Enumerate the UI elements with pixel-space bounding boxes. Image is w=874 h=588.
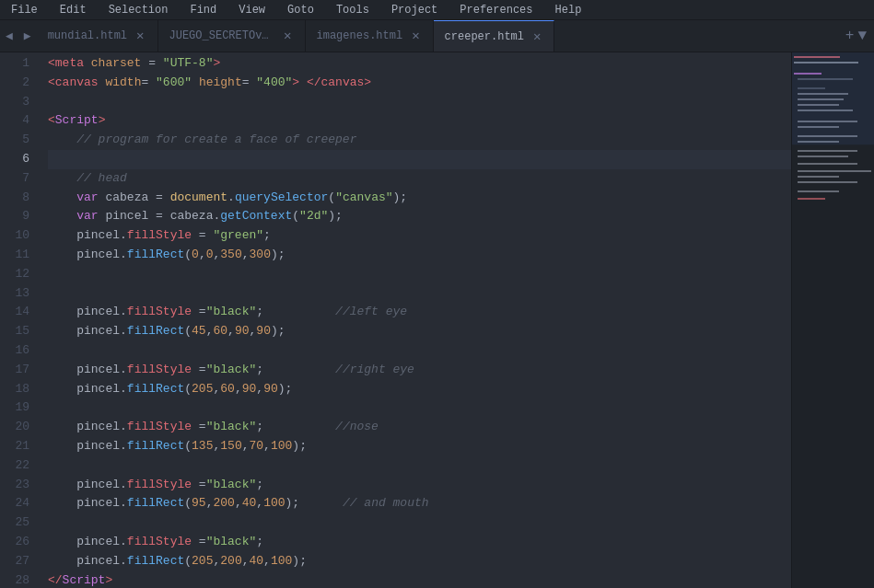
menu-view[interactable]: View bbox=[235, 4, 269, 17]
editor-container: 12345 6 7891011 1213141516 1718192021 22… bbox=[0, 52, 874, 588]
code-line-19 bbox=[48, 398, 791, 418]
minimap-svg bbox=[792, 52, 874, 568]
code-line-13 bbox=[48, 284, 791, 304]
tab-imagenes-close[interactable]: ✕ bbox=[410, 28, 421, 44]
tab-imagenes-label: imagenes.html bbox=[317, 29, 403, 42]
code-line-4: <Script> bbox=[48, 111, 791, 131]
code-line-6 bbox=[48, 150, 791, 169]
code-line-11: pincel.fillRect(0,0,350,300); bbox=[48, 246, 791, 265]
menu-find[interactable]: Find bbox=[186, 4, 220, 17]
code-line-25 bbox=[48, 513, 791, 533]
menu-project[interactable]: Project bbox=[388, 4, 441, 17]
tab-mundial[interactable]: mundial.html ✕ bbox=[37, 20, 158, 52]
tab-creeper-label: creeper.html bbox=[445, 30, 524, 43]
code-line-12 bbox=[48, 265, 791, 284]
svg-rect-20 bbox=[798, 198, 825, 200]
code-line-24: pincel.fillRect(95,200,40,100); // and m… bbox=[48, 494, 791, 513]
tab-mundial-close[interactable]: ✕ bbox=[134, 28, 146, 44]
menu-bar: File Edit Selection Find View Goto Tools… bbox=[0, 0, 874, 20]
svg-rect-17 bbox=[798, 176, 839, 178]
code-line-22 bbox=[48, 456, 791, 476]
code-line-27: pincel.fillRect(205,200,40,100); bbox=[48, 552, 791, 571]
minimap[interactable] bbox=[791, 52, 874, 588]
code-line-10: pincel.fillStyle = "green"; bbox=[48, 226, 791, 246]
tab-actions[interactable]: + ▼ bbox=[838, 20, 874, 52]
tab-nav-prev[interactable]: ◀ bbox=[0, 20, 18, 52]
svg-rect-15 bbox=[798, 163, 857, 165]
code-line-5: // program for create a face of creeper bbox=[48, 131, 791, 150]
svg-rect-16 bbox=[798, 170, 871, 172]
new-tab-icon[interactable]: + bbox=[845, 28, 855, 44]
code-line-21: pincel.fillRect(135,150,70,100); bbox=[48, 437, 791, 456]
editor-main: 12345 6 7891011 1213141516 1718192021 22… bbox=[0, 52, 791, 588]
code-line-20: pincel.fillStyle ="black"; //nose bbox=[48, 418, 791, 437]
menu-goto[interactable]: Goto bbox=[284, 4, 318, 17]
code-line-3 bbox=[48, 93, 791, 112]
menu-preferences[interactable]: Preferences bbox=[456, 4, 536, 17]
tab-creeper[interactable]: creeper.html ✕ bbox=[434, 20, 555, 52]
menu-help[interactable]: Help bbox=[552, 4, 586, 17]
menu-tools[interactable]: Tools bbox=[332, 4, 373, 17]
svg-rect-18 bbox=[798, 181, 857, 183]
code-line-1: <meta charset = "UTF-8"> bbox=[48, 54, 791, 74]
tab-imagenes[interactable]: imagenes.html ✕ bbox=[306, 20, 434, 52]
line-numbers: 12345 6 7891011 1213141516 1718192021 22… bbox=[0, 52, 41, 588]
tab-juego[interactable]: JUEGO_SECRETOv4.html ✕ bbox=[158, 20, 306, 52]
menu-file[interactable]: File bbox=[7, 4, 41, 17]
code-line-16 bbox=[48, 341, 791, 361]
code-line-17: pincel.fillStyle ="black"; //right eye bbox=[48, 361, 791, 380]
code-line-18: pincel.fillRect(205,60,90,90); bbox=[48, 380, 791, 399]
tab-overflow-icon[interactable]: ▼ bbox=[857, 28, 867, 44]
code-line-15: pincel.fillRect(45,60,90,90); bbox=[48, 322, 791, 341]
code-area[interactable]: <meta charset = "UTF-8"> <canvas width= … bbox=[41, 52, 791, 588]
code-line-26: pincel.fillStyle ="black"; bbox=[48, 533, 791, 552]
tab-creeper-close[interactable]: ✕ bbox=[531, 29, 542, 45]
code-line-23: pincel.fillStyle ="black"; bbox=[48, 476, 791, 495]
code-line-7: // head bbox=[48, 169, 791, 189]
code-line-28: </Script> bbox=[48, 571, 791, 588]
svg-rect-19 bbox=[798, 190, 839, 192]
code-line-9: var pincel = cabeza.getContext("2d"); bbox=[48, 207, 791, 226]
menu-edit[interactable]: Edit bbox=[56, 4, 90, 17]
tab-juego-close[interactable]: ✕ bbox=[282, 28, 293, 44]
code-line-2: <canvas width= "600" height= "400"> </ca… bbox=[48, 74, 791, 93]
svg-rect-13 bbox=[798, 150, 857, 152]
svg-rect-21 bbox=[792, 52, 874, 144]
tab-nav-next[interactable]: ▶ bbox=[18, 20, 37, 52]
tab-bar: ◀ ▶ mundial.html ✕ JUEGO_SECRETOv4.html … bbox=[0, 20, 874, 52]
tab-mundial-label: mundial.html bbox=[48, 29, 127, 42]
code-line-14: pincel.fillStyle ="black"; //left eye bbox=[48, 303, 791, 322]
code-line-8: var cabeza = document.querySelector("can… bbox=[48, 189, 791, 208]
svg-rect-14 bbox=[798, 156, 848, 157]
menu-selection[interactable]: Selection bbox=[105, 4, 172, 17]
tab-juego-label: JUEGO_SECRETOv4.html bbox=[169, 29, 275, 42]
